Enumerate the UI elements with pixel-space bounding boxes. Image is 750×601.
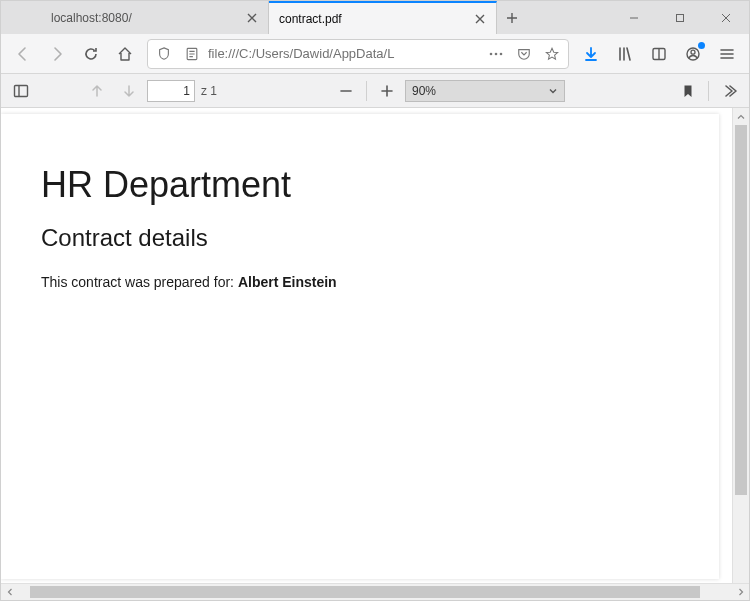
downloads-button[interactable] (575, 38, 607, 70)
scroll-thumb[interactable] (735, 125, 747, 495)
pdf-viewer: HR Department Contract details This cont… (1, 108, 749, 583)
back-button[interactable] (7, 38, 39, 70)
window-controls (611, 1, 749, 34)
zoom-select[interactable]: 90% (405, 80, 565, 102)
window-maximize-button[interactable] (657, 1, 703, 34)
bookmark-button[interactable] (674, 78, 702, 104)
pocket-icon[interactable] (512, 42, 536, 66)
window-close-button[interactable] (703, 1, 749, 34)
divider (708, 81, 709, 101)
tab-contract-pdf[interactable]: contract.pdf (269, 1, 497, 34)
svg-rect-8 (15, 85, 28, 96)
close-icon[interactable] (244, 10, 260, 26)
scroll-left-arrow[interactable] (1, 584, 18, 601)
shield-icon[interactable] (152, 42, 176, 66)
pdf-toolbar: z 1 90% (1, 74, 749, 108)
vertical-scrollbar[interactable] (732, 108, 749, 583)
svg-rect-0 (677, 14, 684, 21)
forward-button[interactable] (41, 38, 73, 70)
zoom-out-button[interactable] (332, 78, 360, 104)
divider (366, 81, 367, 101)
pdf-page: HR Department Contract details This cont… (1, 114, 719, 579)
new-tab-button[interactable] (497, 1, 527, 34)
chevron-down-icon (548, 86, 558, 96)
scroll-track[interactable] (733, 125, 749, 583)
document-h2: Contract details (41, 224, 679, 252)
window-minimize-button[interactable] (611, 1, 657, 34)
tab-label: contract.pdf (279, 12, 466, 26)
tab-strip: localhost:8080/ contract.pdf (1, 1, 749, 34)
url-bar[interactable]: file:///C:/Users/Dawid/AppData/L (147, 39, 569, 69)
bookmark-star-icon[interactable] (540, 42, 564, 66)
app-menu-button[interactable] (711, 38, 743, 70)
document-line-prefix: This contract was prepared for: (41, 274, 238, 290)
scroll-track[interactable] (18, 584, 732, 600)
svg-point-7 (691, 50, 695, 54)
horizontal-scrollbar[interactable] (1, 583, 749, 600)
page-actions-icon[interactable] (484, 42, 508, 66)
page-info-icon[interactable] (180, 42, 204, 66)
close-icon[interactable] (472, 11, 488, 27)
document-h1: HR Department (41, 164, 679, 206)
scroll-thumb[interactable] (30, 586, 700, 598)
tab-label: localhost:8080/ (51, 11, 238, 25)
page-down-button[interactable] (115, 78, 143, 104)
svg-point-3 (495, 52, 498, 55)
page-number-input[interactable] (147, 80, 195, 102)
tab-localhost[interactable]: localhost:8080/ (41, 1, 269, 34)
svg-point-4 (500, 52, 503, 55)
browser-window: localhost:8080/ contract.pdf (0, 0, 750, 601)
page-count-label: z 1 (199, 84, 223, 98)
pdf-tools-button[interactable] (715, 78, 743, 104)
document-line: This contract was prepared for: Albert E… (41, 274, 679, 290)
pdf-sidebar-toggle[interactable] (7, 78, 35, 104)
home-button[interactable] (109, 38, 141, 70)
page-total: 1 (210, 84, 217, 98)
library-button[interactable] (609, 38, 641, 70)
svg-point-2 (490, 52, 493, 55)
account-button[interactable] (677, 38, 709, 70)
page-up-button[interactable] (83, 78, 111, 104)
scroll-up-arrow[interactable] (733, 108, 749, 125)
zoom-in-button[interactable] (373, 78, 401, 104)
reload-button[interactable] (75, 38, 107, 70)
scroll-right-arrow[interactable] (732, 584, 749, 601)
sidebar-button[interactable] (643, 38, 675, 70)
navigation-toolbar: file:///C:/Users/Dawid/AppData/L (1, 34, 749, 74)
document-line-bold: Albert Einstein (238, 274, 337, 290)
url-text: file:///C:/Users/Dawid/AppData/L (208, 46, 480, 61)
zoom-value: 90% (412, 84, 436, 98)
page-sep: z (201, 84, 207, 98)
